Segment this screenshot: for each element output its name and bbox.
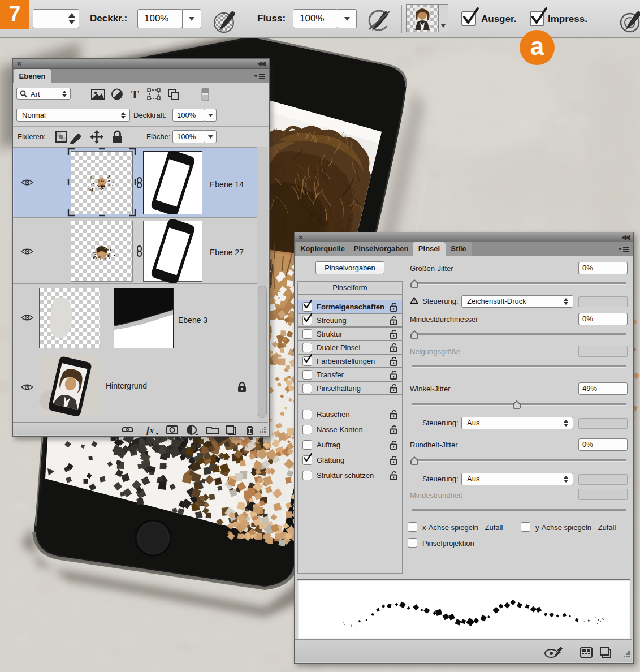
svg-text:T: T — [131, 88, 139, 101]
svg-text:fx: fx — [146, 425, 154, 435]
